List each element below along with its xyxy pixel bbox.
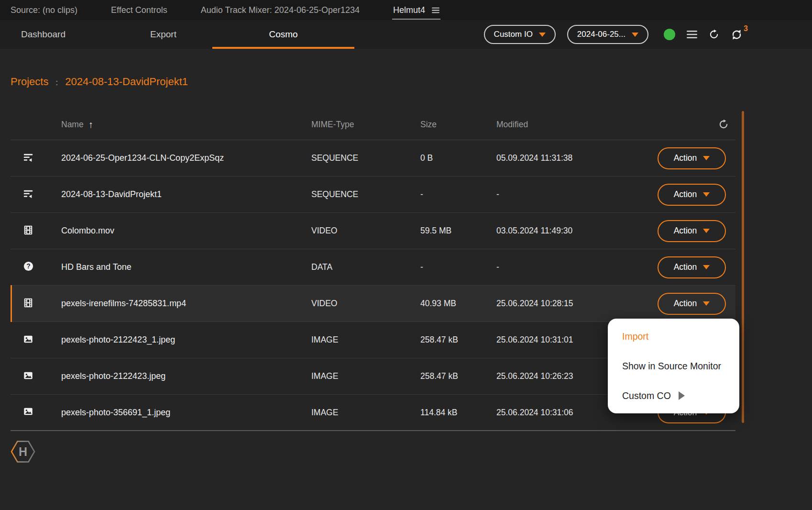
file-modified: - [496,262,658,272]
file-mime-type: VIDEO [311,299,420,309]
action-button[interactable]: Action [658,293,726,315]
file-mime-type: SEQUENCE [311,153,420,163]
file-size: 258.47 kB [420,335,496,345]
file-name: 2024-06-25-Oper1234-CLN-Copy2ExpSqz [61,153,311,163]
chevron-down-icon [703,265,710,269]
action-button[interactable]: Action [658,220,726,242]
file-modified: - [496,189,658,200]
tab-export[interactable]: Export [129,20,212,49]
sync-count-badge: 3 [744,24,748,33]
sync-icon[interactable]: 3 [731,29,743,41]
image-icon [23,370,33,383]
file-modified: 03.05.2024 11:49:30 [496,226,658,236]
file-size: - [420,189,496,200]
helmut4-panel: Source: (no clips)Effect ControlsAudio T… [0,0,812,431]
file-name: Colombo.mov [61,226,311,236]
video-icon [23,298,33,310]
helmut-logo: H [10,438,36,465]
file-size: 0 B [420,153,496,163]
file-name: pexels-photo-2122423_1.jpeg [61,335,311,345]
hamburger-menu-icon[interactable] [687,30,697,39]
file-size: 114.84 kB [420,408,496,418]
menu-item-import[interactable]: Import [608,322,739,351]
file-name: HD Bars and Tone [61,262,311,272]
file-mime-type: IMAGE [311,335,420,345]
chevron-down-icon [703,156,710,160]
file-modified: 05.09.2024 11:31:38 [496,153,658,163]
file-name: 2024-08-13-DavidProjekt1 [61,189,311,200]
panel-tab-effect-controls[interactable]: Effect Controls [111,0,167,20]
action-button[interactable]: Action [658,184,726,206]
breadcrumb-root[interactable]: Projects [11,76,48,88]
data-icon: ? [23,261,34,274]
helmut-tabs: DashboardExportCosmo [0,20,354,49]
chevron-down-icon [632,33,638,37]
file-size: - [420,262,496,272]
nav-controls: Custom IO 2024-06-25... 3 [484,20,743,49]
project-dropdown-label: 2024-06-25... [577,30,625,39]
menu-item-show-in-source-monitor[interactable]: Show in Source Monitor [608,351,739,381]
table-refresh-icon[interactable] [718,119,729,130]
table-row[interactable]: Colombo.mov VIDEO 59.5 MB 03.05.2024 11:… [11,213,735,249]
table-row[interactable]: 2024-08-13-DavidProjekt1 SEQUENCE - - Ac… [11,177,735,213]
file-mime-type: SEQUENCE [311,189,420,200]
file-name: pexels-irenefilms-74285831.mp4 [61,299,311,309]
breadcrumb: Projects : 2024-08-13-DavidProjekt1 [11,76,812,90]
chevron-down-icon [703,301,710,306]
project-dropdown[interactable]: 2024-06-25... [567,25,648,44]
sequence-icon [23,188,33,201]
file-modified: 25.06.2024 10:28:15 [496,299,658,309]
helmut-nav-bar: DashboardExportCosmo Custom IO 2024-06-2… [0,20,812,49]
submenu-arrow-icon [679,391,685,400]
column-header-name[interactable]: Name ↑ [61,119,311,130]
panel-tab-source-no-clips[interactable]: Source: (no clips) [11,0,77,20]
tab-cosmo[interactable]: Cosmo [212,20,354,49]
menu-item-custom-co[interactable]: Custom CO [608,381,739,410]
sequence-icon [23,152,33,165]
file-size: 59.5 MB [420,226,496,236]
table-header: Name ↑ MIME-Type Size Modified [11,109,735,140]
image-icon [23,334,33,346]
refresh-icon[interactable] [709,29,719,40]
column-header-size[interactable]: Size [420,120,496,130]
table-row[interactable]: ? HD Bars and Tone DATA - - Action [11,249,735,286]
table-row[interactable]: 2024-06-25-Oper1234-CLN-Copy2ExpSqz SEQU… [11,140,735,177]
video-icon [23,225,33,237]
file-mime-type: IMAGE [311,408,420,418]
chevron-down-icon [539,33,546,37]
panel-tab-helmut4[interactable]: Helmut4 [393,0,439,20]
panel-tab-audio-track-mixer-2024-06-25-oper1234[interactable]: Audio Track Mixer: 2024-06-25-Oper1234 [201,0,360,20]
image-icon [23,406,33,419]
panel-menu-icon[interactable] [432,7,439,13]
file-mime-type: DATA [311,262,420,272]
tab-dashboard[interactable]: Dashboard [0,20,129,49]
file-mime-type: IMAGE [311,371,420,381]
sort-ascending-icon: ↑ [88,119,93,130]
table-row[interactable]: pexels-irenefilms-74285831.mp4 VIDEO 40.… [11,286,735,322]
custom-io-dropdown[interactable]: Custom IO [484,25,556,44]
action-button[interactable]: Action [658,256,726,278]
file-name: pexels-photo-2122423.jpeg [61,371,311,381]
chevron-down-icon [703,229,710,233]
column-header-mime-type[interactable]: MIME-Type [311,120,420,130]
file-name: pexels-photo-356691_1.jpeg [61,408,311,418]
svg-text:?: ? [26,262,30,270]
status-green-dot [664,29,675,40]
svg-text:H: H [19,445,27,458]
action-context-menu: ImportShow in Source MonitorCustom CO [608,319,739,413]
vertical-scrollbar[interactable] [742,111,744,423]
custom-io-label: Custom IO [494,30,533,39]
premiere-tab-bar: Source: (no clips)Effect ControlsAudio T… [0,0,812,20]
chevron-down-icon [703,192,710,197]
action-button[interactable]: Action [658,147,726,169]
breadcrumb-current[interactable]: 2024-08-13-DavidProjekt1 [65,76,188,88]
column-header-modified[interactable]: Modified [496,120,658,130]
file-size: 40.93 MB [420,299,496,309]
breadcrumb-separator: : [55,78,58,88]
file-size: 258.47 kB [420,371,496,381]
file-mime-type: VIDEO [311,226,420,236]
